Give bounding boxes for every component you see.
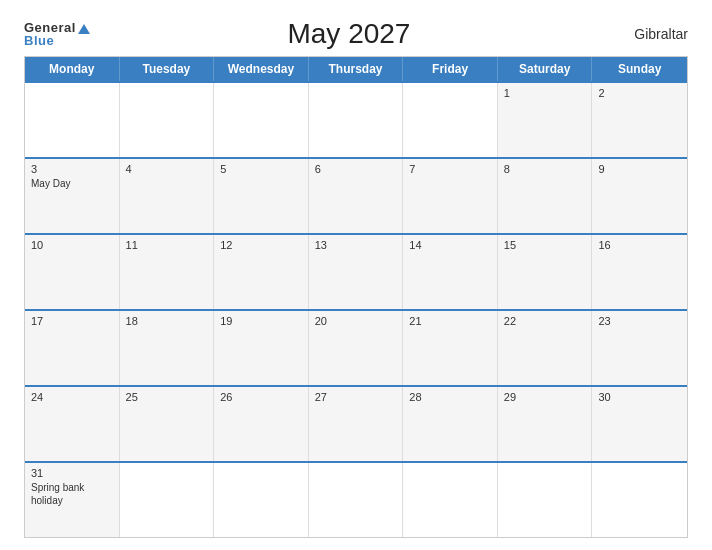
- cal-cell-r5-c6: [592, 463, 687, 537]
- header-friday: Friday: [403, 57, 498, 81]
- calendar-row-4: 24252627282930: [25, 385, 687, 461]
- day-number: 2: [598, 87, 681, 99]
- cal-cell-r4-c1: 25: [120, 387, 215, 461]
- holiday-label: May Day: [31, 177, 113, 190]
- cal-cell-r4-c4: 28: [403, 387, 498, 461]
- cal-cell-r5-c3: [309, 463, 404, 537]
- cal-cell-r1-c2: 5: [214, 159, 309, 233]
- cal-cell-r0-c3: [309, 83, 404, 157]
- day-number: 5: [220, 163, 302, 175]
- calendar-page: General Blue May 2027 Gibraltar Monday T…: [0, 0, 712, 550]
- day-number: 20: [315, 315, 397, 327]
- day-number: 28: [409, 391, 491, 403]
- header-wednesday: Wednesday: [214, 57, 309, 81]
- cal-cell-r2-c6: 16: [592, 235, 687, 309]
- day-number: 11: [126, 239, 208, 251]
- day-number: 29: [504, 391, 586, 403]
- day-number: 4: [126, 163, 208, 175]
- cal-cell-r1-c0: 3May Day: [25, 159, 120, 233]
- calendar-body: 123May Day456789101112131415161718192021…: [25, 81, 687, 537]
- cal-cell-r4-c5: 29: [498, 387, 593, 461]
- day-number: 25: [126, 391, 208, 403]
- day-number: 6: [315, 163, 397, 175]
- header-sunday: Sunday: [592, 57, 687, 81]
- calendar-row-3: 17181920212223: [25, 309, 687, 385]
- cal-cell-r2-c4: 14: [403, 235, 498, 309]
- day-number: 19: [220, 315, 302, 327]
- cal-cell-r5-c5: [498, 463, 593, 537]
- day-number: 16: [598, 239, 681, 251]
- cal-cell-r3-c0: 17: [25, 311, 120, 385]
- cal-cell-r1-c5: 8: [498, 159, 593, 233]
- cal-cell-r1-c6: 9: [592, 159, 687, 233]
- cal-cell-r3-c2: 19: [214, 311, 309, 385]
- cal-cell-r4-c6: 30: [592, 387, 687, 461]
- calendar-title: May 2027: [90, 18, 608, 50]
- cal-cell-r5-c0: 31Spring bank holiday: [25, 463, 120, 537]
- cal-cell-r0-c0: [25, 83, 120, 157]
- cal-cell-r4-c2: 26: [214, 387, 309, 461]
- cal-cell-r0-c5: 1: [498, 83, 593, 157]
- day-number: 3: [31, 163, 113, 175]
- logo-blue: Blue: [24, 34, 90, 47]
- calendar-row-1: 3May Day456789: [25, 157, 687, 233]
- holiday-label: Spring bank holiday: [31, 481, 113, 507]
- cal-cell-r3-c4: 21: [403, 311, 498, 385]
- cal-cell-r1-c3: 6: [309, 159, 404, 233]
- day-number: 1: [504, 87, 586, 99]
- day-number: 15: [504, 239, 586, 251]
- header-monday: Monday: [25, 57, 120, 81]
- calendar-row-0: 12: [25, 81, 687, 157]
- day-number: 30: [598, 391, 681, 403]
- cal-cell-r2-c3: 13: [309, 235, 404, 309]
- region-label: Gibraltar: [608, 26, 688, 42]
- cal-cell-r3-c3: 20: [309, 311, 404, 385]
- header-tuesday: Tuesday: [120, 57, 215, 81]
- cal-cell-r3-c1: 18: [120, 311, 215, 385]
- cal-cell-r0-c1: [120, 83, 215, 157]
- day-number: 10: [31, 239, 113, 251]
- cal-cell-r0-c6: 2: [592, 83, 687, 157]
- cal-cell-r4-c0: 24: [25, 387, 120, 461]
- cal-cell-r5-c1: [120, 463, 215, 537]
- cal-cell-r2-c1: 11: [120, 235, 215, 309]
- day-number: 13: [315, 239, 397, 251]
- calendar-header: Monday Tuesday Wednesday Thursday Friday…: [25, 57, 687, 81]
- day-number: 22: [504, 315, 586, 327]
- cal-cell-r2-c5: 15: [498, 235, 593, 309]
- day-number: 17: [31, 315, 113, 327]
- cal-cell-r3-c6: 23: [592, 311, 687, 385]
- header-thursday: Thursday: [309, 57, 404, 81]
- calendar-grid: Monday Tuesday Wednesday Thursday Friday…: [24, 56, 688, 538]
- logo: General Blue: [24, 21, 90, 47]
- day-number: 23: [598, 315, 681, 327]
- day-number: 26: [220, 391, 302, 403]
- day-number: 21: [409, 315, 491, 327]
- day-number: 9: [598, 163, 681, 175]
- cal-cell-r1-c4: 7: [403, 159, 498, 233]
- cal-cell-r4-c3: 27: [309, 387, 404, 461]
- day-number: 12: [220, 239, 302, 251]
- day-number: 14: [409, 239, 491, 251]
- cal-cell-r2-c0: 10: [25, 235, 120, 309]
- cal-cell-r5-c4: [403, 463, 498, 537]
- cal-cell-r0-c4: [403, 83, 498, 157]
- calendar-row-2: 10111213141516: [25, 233, 687, 309]
- header-saturday: Saturday: [498, 57, 593, 81]
- cal-cell-r5-c2: [214, 463, 309, 537]
- calendar-row-5: 31Spring bank holiday: [25, 461, 687, 537]
- day-number: 18: [126, 315, 208, 327]
- cal-cell-r1-c1: 4: [120, 159, 215, 233]
- cal-cell-r0-c2: [214, 83, 309, 157]
- cal-cell-r3-c5: 22: [498, 311, 593, 385]
- day-number: 24: [31, 391, 113, 403]
- day-number: 7: [409, 163, 491, 175]
- logo-triangle-icon: [78, 24, 90, 34]
- day-number: 31: [31, 467, 113, 479]
- top-bar: General Blue May 2027 Gibraltar: [24, 18, 688, 50]
- day-number: 27: [315, 391, 397, 403]
- day-number: 8: [504, 163, 586, 175]
- cal-cell-r2-c2: 12: [214, 235, 309, 309]
